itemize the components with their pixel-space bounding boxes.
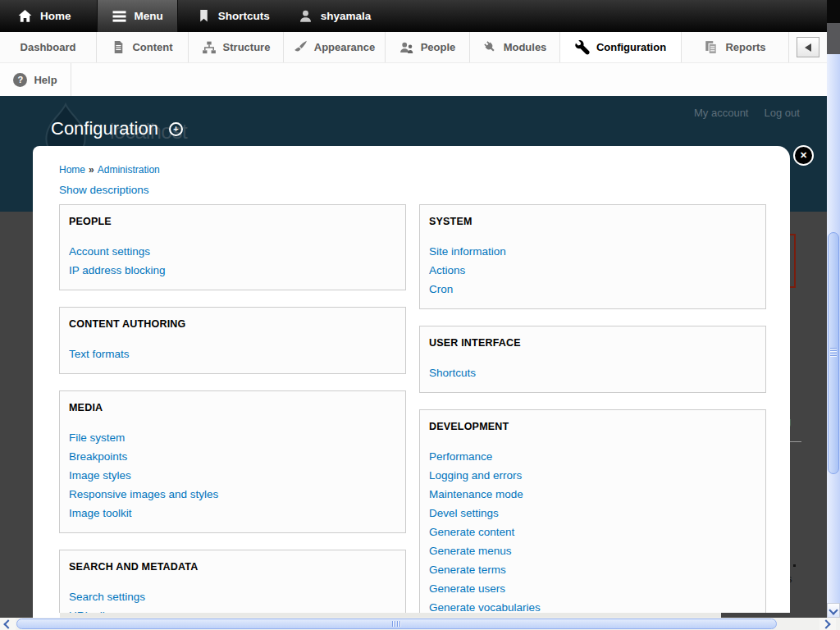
panel-search-and-metadata: SEARCH AND METADATA Search settings URL …	[59, 550, 406, 613]
log-out-link[interactable]: Log out	[764, 107, 799, 119]
breadcrumb-administration-link[interactable]: Administration	[98, 164, 160, 176]
config-link[interactable]: Text formats	[68, 345, 397, 363]
my-account-link[interactable]: My account	[694, 107, 748, 119]
panel-people: PEOPLE Account settings IP address block…	[59, 204, 406, 290]
toolbar-item-label: Menu	[135, 10, 163, 22]
tab-label: Configuration	[596, 41, 666, 53]
config-link[interactable]: Performance	[428, 447, 757, 466]
scrollbar-grip	[830, 348, 837, 357]
tab-help[interactable]: ? Help	[0, 63, 71, 96]
home-icon	[17, 9, 33, 23]
horizontal-scrollbar-thumb[interactable]	[16, 619, 777, 629]
tab-structure[interactable]: Structure	[189, 32, 284, 62]
config-link[interactable]: Shortcuts	[428, 363, 757, 382]
chevron-right-icon	[821, 619, 830, 628]
breadcrumb-home-link[interactable]: Home	[59, 164, 85, 176]
panel-title: SYSTEM	[429, 216, 757, 227]
tab-label: Structure	[223, 41, 271, 53]
panel-system: SYSTEM Site information Actions Cron	[419, 204, 766, 309]
people-icon	[399, 41, 414, 54]
tab-reports[interactable]: Reports	[682, 32, 789, 62]
toolbar-item-menu[interactable]: Menu	[97, 0, 178, 32]
tab-appearance[interactable]: Appearance	[284, 32, 386, 62]
show-descriptions-link[interactable]: Show descriptions	[59, 184, 149, 196]
panel-title: CONTENT AUTHORING	[69, 318, 397, 330]
toolbar-item-shortcuts[interactable]: Shortcuts	[183, 0, 284, 32]
panel-title: USER INTERFACE	[429, 337, 757, 349]
config-link[interactable]: Generate terms	[428, 560, 757, 579]
config-link[interactable]: Image styles	[68, 466, 397, 485]
config-link[interactable]: Logging and errors	[428, 466, 757, 485]
account-links: My account Log out	[694, 107, 800, 119]
tab-label: People	[421, 41, 456, 53]
document-icon	[112, 40, 126, 54]
chevron-left-icon	[3, 619, 12, 628]
close-icon: ✕	[800, 150, 807, 161]
horizontal-scrollbar	[0, 618, 840, 630]
tab-dashboard[interactable]: Dashboard	[0, 32, 97, 62]
config-link[interactable]: Devel settings	[428, 504, 757, 523]
bookmark-icon	[197, 9, 211, 23]
scrollbar-top-spacer	[827, 23, 840, 54]
tab-label: Appearance	[314, 41, 375, 53]
add-shortcut-icon[interactable]: +	[169, 122, 183, 136]
tab-modules[interactable]: Modules	[470, 32, 560, 62]
config-link[interactable]: Maintenance mode	[428, 485, 757, 504]
config-link[interactable]: Responsive images and styles	[68, 485, 397, 504]
scrollbar-grip	[392, 621, 401, 627]
panel-title: PEOPLE	[69, 216, 397, 227]
panel-title: DEVELOPMENT	[429, 421, 757, 432]
tab-content[interactable]: Content	[97, 32, 189, 62]
overlay-close-button[interactable]: ✕	[793, 145, 814, 166]
admin-menu-tabs: Dashboard Content Structure Appearance P…	[0, 32, 827, 63]
tab-label: Dashboard	[21, 41, 76, 53]
scroll-down-button[interactable]	[827, 603, 840, 618]
breadcrumb: Home»Administration	[59, 164, 160, 176]
toolbar-item-user[interactable]: shyamala	[284, 0, 386, 32]
config-link[interactable]: Image toolkit	[68, 504, 397, 523]
tab-configuration[interactable]: Configuration	[560, 32, 682, 62]
config-link[interactable]: Generate content	[428, 523, 757, 541]
config-link[interactable]: Cron	[428, 280, 757, 299]
scroll-left-button[interactable]	[0, 618, 16, 630]
collapse-left-icon	[805, 43, 811, 52]
toolbar-collapse-area	[789, 32, 827, 62]
scroll-right-button[interactable]	[819, 618, 836, 630]
page-title: Configuration	[51, 118, 158, 139]
vertical-scrollbar-thumb[interactable]	[828, 232, 839, 474]
config-link[interactable]: URL aliases	[68, 606, 397, 613]
report-pages-icon	[704, 40, 719, 55]
tab-people[interactable]: People	[386, 32, 470, 62]
config-link[interactable]: Search settings	[68, 587, 397, 606]
background-divider-fragment	[790, 441, 801, 442]
toolbar-item-label: Shortcuts	[218, 10, 270, 22]
config-link[interactable]: Generate users	[428, 579, 757, 598]
plug-icon	[483, 40, 497, 54]
config-link[interactable]: Account settings	[68, 242, 397, 261]
toolbar-item-label: Home	[40, 10, 71, 22]
toolbar-item-home[interactable]: Home	[3, 0, 85, 32]
panel-content-authoring: CONTENT AUTHORING Text formats	[59, 307, 406, 374]
config-link[interactable]: Generate vocabularies	[428, 598, 757, 613]
vertical-scrollbar	[827, 0, 840, 618]
overlay-page-title: Configuration +	[51, 118, 183, 139]
scrollbar-top-corner	[827, 0, 840, 23]
config-link[interactable]: IP address blocking	[68, 261, 397, 280]
config-link[interactable]: Generate menus	[428, 541, 757, 560]
admin-menu-tabs-row2: ? Help	[0, 63, 827, 96]
chevron-down-icon	[829, 605, 838, 614]
config-link[interactable]: File system	[68, 428, 397, 447]
help-icon: ?	[13, 73, 27, 87]
config-link[interactable]: Actions	[428, 261, 757, 280]
background-bullet-fragment	[793, 564, 796, 567]
config-link[interactable]: Site information	[428, 242, 757, 261]
paintbrush-icon	[294, 40, 308, 54]
collapse-toolbar-button[interactable]	[797, 37, 819, 57]
wrench-icon	[575, 40, 590, 55]
tab-label: Content	[132, 41, 172, 53]
tab-label: Modules	[504, 41, 547, 53]
configuration-overlay: Home»Administration Show descriptions PE…	[33, 146, 790, 613]
tab-label: Help	[34, 74, 57, 86]
sitemap-icon	[202, 41, 217, 54]
config-link[interactable]: Breakpoints	[68, 447, 397, 466]
